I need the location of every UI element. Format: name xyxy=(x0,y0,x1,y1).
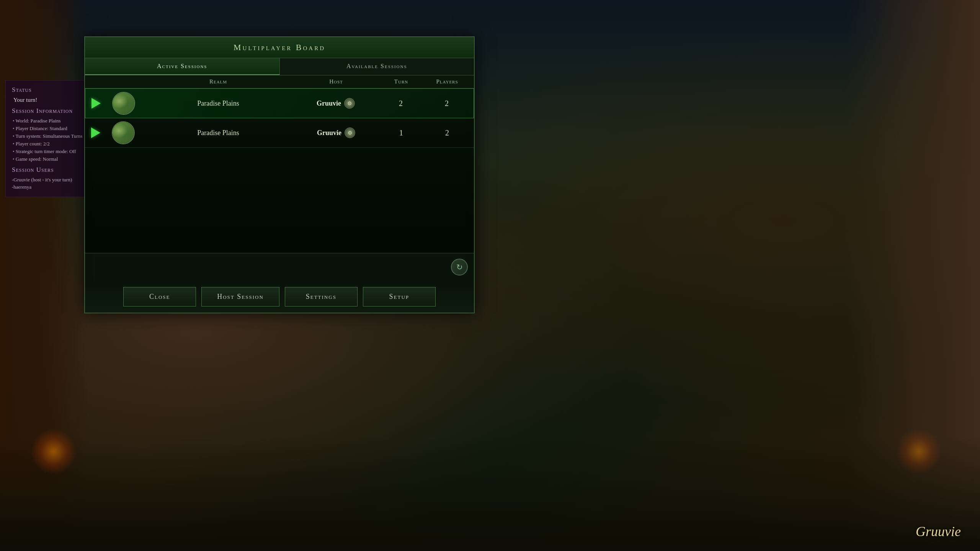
play-triangle-icon xyxy=(91,98,101,109)
status-title: Status xyxy=(12,86,91,94)
setup-button[interactable]: Setup xyxy=(363,287,436,306)
tabs-row: Active Sessions Available Sessions xyxy=(85,58,474,75)
info-item: Player count: 2/2 xyxy=(12,141,91,147)
col-header-players: Players xyxy=(424,78,470,85)
dialog-title: Multiplayer Board xyxy=(234,42,325,52)
host-icon: ⚙ xyxy=(344,98,355,109)
user-item: -haerenya xyxy=(12,184,91,190)
info-item: World: Paradise Plains xyxy=(12,118,91,124)
session-users-title: Session Users xyxy=(12,166,91,174)
realm-name: Paradise Plains xyxy=(142,129,294,137)
user-item: -Gruuvie (host - it's your turn) xyxy=(12,177,91,183)
host-icon: ⚙ xyxy=(345,127,355,138)
col-header-realm: Realm xyxy=(142,78,294,85)
host-session-button[interactable]: Host Session xyxy=(201,287,279,306)
multiplayer-dialog: Multiplayer Board Active Sessions Availa… xyxy=(84,36,475,313)
col-header-turn: Turn xyxy=(378,78,424,85)
bottom-bar: ↻ xyxy=(85,253,474,281)
session-users-list: -Gruuvie (host - it's your turn)-haereny… xyxy=(12,177,91,190)
bg-bottom xyxy=(0,436,980,551)
refresh-button[interactable]: ↻ xyxy=(451,259,468,276)
host-name: Gruuvie xyxy=(317,99,341,108)
username-corner: Gruuvie xyxy=(916,523,961,540)
session-info-list: World: Paradise PlainsPlayer Distance: S… xyxy=(12,118,91,162)
play-triangle-icon xyxy=(91,127,100,138)
info-item: Game speed: Normal xyxy=(12,156,91,162)
tab-active-sessions[interactable]: Active Sessions xyxy=(85,58,280,75)
host-cell: Gruuvie ⚙ xyxy=(294,98,378,109)
info-item: Player Distance: Standard xyxy=(12,126,91,132)
session-row[interactable]: Paradise Plains Gruuvie ⚙ 1 2 xyxy=(85,118,474,148)
realm-thumbnail xyxy=(112,92,143,115)
status-text: Your turn! xyxy=(12,97,91,103)
play-button[interactable] xyxy=(89,126,103,140)
action-buttons-bar: Close Host Session Settings Setup xyxy=(85,281,474,313)
session-row[interactable]: Paradise Plains Gruuvie ⚙ 2 2 xyxy=(85,88,474,118)
play-button[interactable] xyxy=(89,96,103,110)
turn-number: 2 xyxy=(378,99,424,108)
col-header-host: Host xyxy=(294,78,378,85)
realm-name: Paradise Plains xyxy=(143,99,294,108)
table-header: Realm Host Turn Players xyxy=(85,75,474,88)
players-number: 2 xyxy=(424,129,470,137)
fire-right xyxy=(896,429,942,474)
sessions-table: Paradise Plains Gruuvie ⚙ 2 2 Paradise P… xyxy=(85,88,474,253)
tab-available-sessions[interactable]: Available Sessions xyxy=(280,58,474,75)
realm-thumbnail xyxy=(112,121,142,144)
info-item: Turn system: Simultaneous Turns xyxy=(12,133,91,139)
host-name: Gruuvie xyxy=(317,129,341,137)
side-panel: Status Your turn! Session Information Wo… xyxy=(5,80,97,197)
session-info-title: Session Information xyxy=(12,107,91,115)
settings-button[interactable]: Settings xyxy=(285,287,358,306)
turn-number: 1 xyxy=(378,129,424,137)
close-button[interactable]: Close xyxy=(123,287,196,306)
fire-left xyxy=(31,429,77,474)
info-item: Strategic turn timer mode: Off xyxy=(12,148,91,155)
dialog-title-bar: Multiplayer Board xyxy=(85,37,474,58)
host-cell: Gruuvie ⚙ xyxy=(294,127,378,138)
players-number: 2 xyxy=(424,99,470,108)
